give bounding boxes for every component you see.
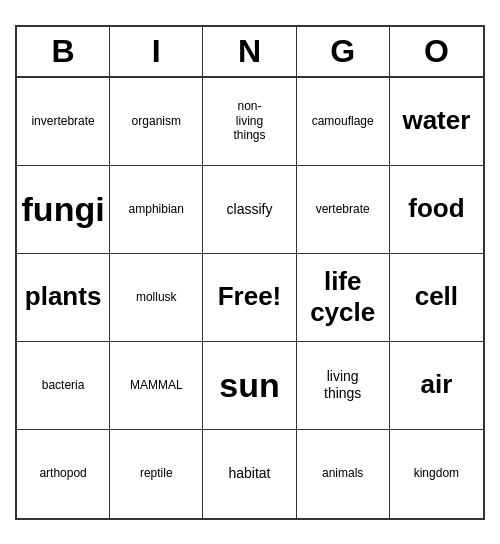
cell-text: classify [227, 201, 273, 218]
bingo-cell[interactable]: air [390, 342, 483, 430]
bingo-cell[interactable]: arthopod [17, 430, 110, 518]
cell-text: Free! [218, 281, 282, 312]
header-letter: B [17, 27, 110, 76]
bingo-grid: invertebrateorganismnon-livingthingscamo… [17, 78, 483, 518]
cell-text: reptile [140, 466, 173, 480]
header-letter: O [390, 27, 483, 76]
bingo-cell[interactable]: water [390, 78, 483, 166]
bingo-cell[interactable]: classify [203, 166, 296, 254]
cell-text: amphibian [129, 202, 184, 216]
cell-text: bacteria [42, 378, 85, 392]
bingo-cell[interactable]: habitat [203, 430, 296, 518]
bingo-cell[interactable]: mollusk [110, 254, 203, 342]
bingo-cell[interactable]: reptile [110, 430, 203, 518]
bingo-cell[interactable]: Free! [203, 254, 296, 342]
cell-text: kingdom [414, 466, 459, 480]
bingo-cell[interactable]: invertebrate [17, 78, 110, 166]
bingo-cell[interactable]: animals [297, 430, 390, 518]
cell-text: cell [415, 281, 458, 312]
bingo-cell[interactable]: kingdom [390, 430, 483, 518]
bingo-cell[interactable]: camouflage [297, 78, 390, 166]
bingo-cell[interactable]: sun [203, 342, 296, 430]
bingo-cell[interactable]: fungi [17, 166, 110, 254]
cell-text: lifecycle [310, 266, 375, 328]
cell-text: water [402, 105, 470, 136]
bingo-cell[interactable]: plants [17, 254, 110, 342]
cell-text: MAMMAL [130, 378, 183, 392]
bingo-header: BINGO [17, 27, 483, 78]
bingo-cell[interactable]: livingthings [297, 342, 390, 430]
cell-text: organism [132, 114, 181, 128]
cell-text: mollusk [136, 290, 177, 304]
header-letter: G [297, 27, 390, 76]
bingo-cell[interactable]: non-livingthings [203, 78, 296, 166]
cell-text: fungi [22, 189, 105, 230]
bingo-cell[interactable]: bacteria [17, 342, 110, 430]
bingo-cell[interactable]: vertebrate [297, 166, 390, 254]
bingo-cell[interactable]: organism [110, 78, 203, 166]
bingo-cell[interactable]: MAMMAL [110, 342, 203, 430]
cell-text: livingthings [324, 368, 361, 402]
cell-text: camouflage [312, 114, 374, 128]
bingo-cell[interactable]: amphibian [110, 166, 203, 254]
cell-text: arthopod [39, 466, 86, 480]
header-letter: N [203, 27, 296, 76]
cell-text: food [408, 193, 464, 224]
cell-text: vertebrate [316, 202, 370, 216]
cell-text: sun [219, 365, 279, 406]
bingo-card: BINGO invertebrateorganismnon-livingthin… [15, 25, 485, 520]
cell-text: animals [322, 466, 363, 480]
header-letter: I [110, 27, 203, 76]
cell-text: plants [25, 281, 102, 312]
bingo-cell[interactable]: food [390, 166, 483, 254]
cell-text: air [420, 369, 452, 400]
cell-text: habitat [228, 465, 270, 482]
cell-text: invertebrate [31, 114, 94, 128]
cell-text: non-livingthings [233, 99, 265, 142]
bingo-cell[interactable]: cell [390, 254, 483, 342]
bingo-cell[interactable]: lifecycle [297, 254, 390, 342]
